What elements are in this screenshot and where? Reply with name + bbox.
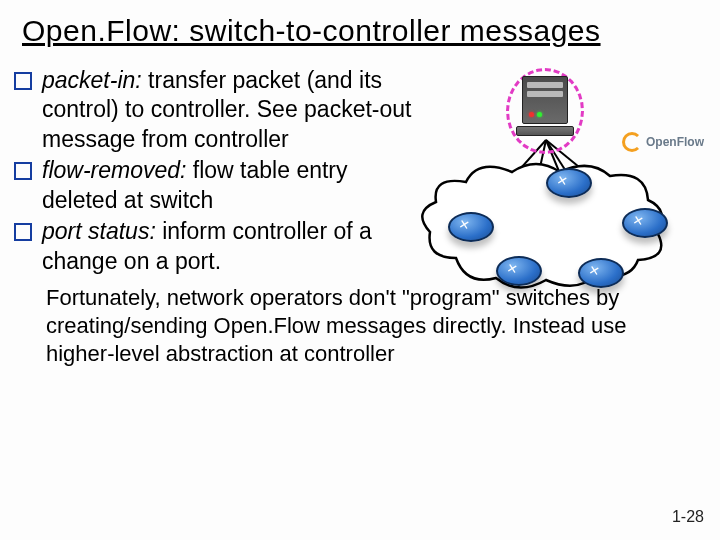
page-number: 1-28 [672, 508, 704, 526]
openflow-logo-text: OpenFlow [646, 135, 704, 149]
network-diagram: ✕ ✕ ✕ ✕ ✕ OpenFlow [406, 66, 696, 278]
openflow-swirl-icon [622, 132, 642, 152]
bullet-term: packet-in: [42, 67, 142, 93]
bullet-term: port status: [42, 218, 156, 244]
router-icon: ✕ [448, 212, 494, 242]
bullet-text: port status: inform controller of a chan… [42, 217, 414, 276]
bullet-term: flow-removed: [42, 157, 186, 183]
router-icon: ✕ [496, 256, 542, 286]
content-row: packet-in: transfer packet (and its cont… [0, 48, 720, 278]
bullet-list: packet-in: transfer packet (and its cont… [14, 66, 414, 278]
bullet-text: flow-removed: flow table entry deleted a… [42, 156, 414, 215]
slide-title: Open.Flow: switch-to-controller messages [0, 0, 720, 48]
router-icon: ✕ [578, 258, 624, 288]
router-icon: ✕ [622, 208, 668, 238]
bullet-marker-icon [14, 223, 32, 241]
bullet-text: packet-in: transfer packet (and its cont… [42, 66, 414, 154]
bullet-item: port status: inform controller of a chan… [14, 217, 414, 276]
bullet-marker-icon [14, 72, 32, 90]
bullet-item: packet-in: transfer packet (and its cont… [14, 66, 414, 154]
bullet-marker-icon [14, 162, 32, 180]
bullet-item: flow-removed: flow table entry deleted a… [14, 156, 414, 215]
router-icon: ✕ [546, 168, 592, 198]
controller-server-icon [522, 76, 568, 138]
openflow-logo: OpenFlow [622, 132, 704, 152]
